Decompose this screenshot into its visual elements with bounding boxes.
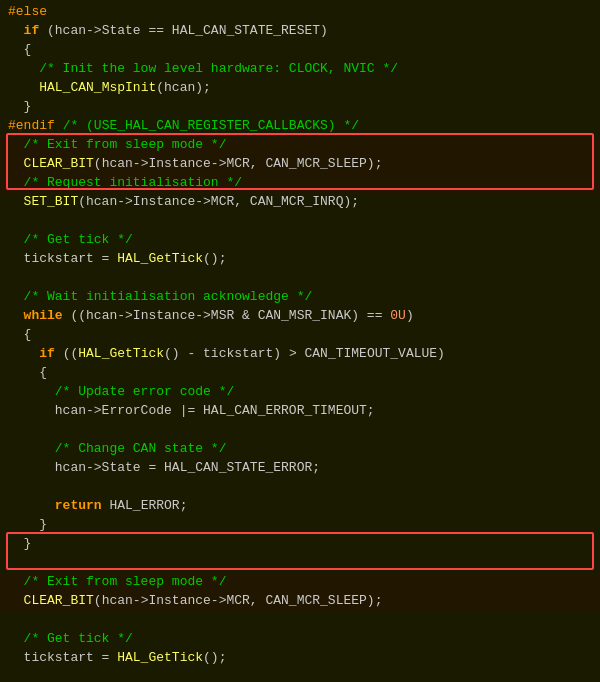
comment-exit-sleep-1: /* Exit from sleep mode */	[8, 137, 226, 152]
line-21: /* Update error code */	[0, 384, 600, 403]
func-gettick-1: HAL_GetTick	[117, 251, 203, 266]
line-24: /* Change CAN state */	[0, 441, 600, 460]
line-36	[0, 669, 600, 682]
line-3: {	[0, 42, 600, 61]
line-35: tickstart = HAL_GetTick();	[0, 650, 600, 669]
line-4: /* Init the low level hardware: CLOCK, N…	[0, 61, 600, 80]
line-26	[0, 479, 600, 498]
func-gettick-2: HAL_GetTick	[78, 346, 164, 361]
line-7: #endif /* (USE_HAL_CAN_REGISTER_CALLBACK…	[0, 118, 600, 137]
line-10: /* Request initialisation */	[0, 175, 600, 194]
hash-else: #else	[8, 4, 47, 19]
line-2: if (hcan->State == HAL_CAN_STATE_RESET)	[0, 23, 600, 42]
line-11: SET_BIT(hcan->Instance->MCR, CAN_MCR_INR…	[0, 194, 600, 213]
line-30	[0, 555, 600, 574]
comment-wait-init: /* Wait initialisation acknowledge */	[8, 289, 312, 304]
line-25: hcan->State = HAL_CAN_STATE_ERROR;	[0, 460, 600, 479]
code-editor: #else if (hcan->State == HAL_CAN_STATE_R…	[0, 0, 600, 682]
kw-return: return	[55, 498, 102, 513]
kw-if-2: if	[39, 346, 55, 361]
line-6: }	[0, 99, 600, 118]
func-gettick-3: HAL_GetTick	[117, 650, 203, 665]
line-1: #else	[0, 4, 600, 23]
comment-get-tick-1: /* Get tick */	[8, 232, 133, 247]
line-20: {	[0, 365, 600, 384]
line-22: hcan->ErrorCode |= HAL_CAN_ERROR_TIMEOUT…	[0, 403, 600, 422]
line-27: return HAL_ERROR;	[0, 498, 600, 517]
line-34: /* Get tick */	[0, 631, 600, 650]
kw-while-1: while	[24, 308, 63, 323]
line-13: /* Get tick */	[0, 232, 600, 251]
line-32: CLEAR_BIT(hcan->Instance->MCR, CAN_MCR_S…	[0, 593, 600, 612]
line-31: /* Exit from sleep mode */	[0, 574, 600, 593]
line-9: CLEAR_BIT(hcan->Instance->MCR, CAN_MCR_S…	[0, 156, 600, 175]
comment-init: /* Init the low level hardware: CLOCK, N…	[8, 61, 398, 76]
hash-endif: #endif	[8, 118, 55, 133]
func-mspinit: HAL_CAN_MspInit	[39, 80, 156, 95]
kw-if: if	[24, 23, 40, 38]
line-8: /* Exit from sleep mode */	[0, 137, 600, 156]
line-19: if ((HAL_GetTick() - tickstart) > CAN_TI…	[0, 346, 600, 365]
line-16: /* Wait initialisation acknowledge */	[0, 289, 600, 308]
num-0u-1: 0U	[390, 308, 406, 323]
func-setbit: SET_BIT	[24, 194, 79, 209]
func-clearbit-2: CLEAR_BIT	[24, 593, 94, 608]
line-28: }	[0, 517, 600, 536]
comment-request-init: /* Request initialisation */	[8, 175, 242, 190]
line-5: HAL_CAN_MspInit(hcan);	[0, 80, 600, 99]
comment-exit-sleep-2: /* Exit from sleep mode */	[8, 574, 226, 589]
line-15	[0, 270, 600, 289]
line-33	[0, 612, 600, 631]
line-29: }	[0, 536, 600, 555]
func-clearbit-1: CLEAR_BIT	[24, 156, 94, 171]
line-18: {	[0, 327, 600, 346]
comment-update-error: /* Update error code */	[8, 384, 234, 399]
line-23	[0, 422, 600, 441]
line-12	[0, 213, 600, 232]
line-14: tickstart = HAL_GetTick();	[0, 251, 600, 270]
comment-get-tick-2: /* Get tick */	[8, 631, 133, 646]
line-17: while ((hcan->Instance->MSR & CAN_MSR_IN…	[0, 308, 600, 327]
comment-endif: /* (USE_HAL_CAN_REGISTER_CALLBACKS) */	[63, 118, 359, 133]
comment-change-can: /* Change CAN state */	[8, 441, 226, 456]
